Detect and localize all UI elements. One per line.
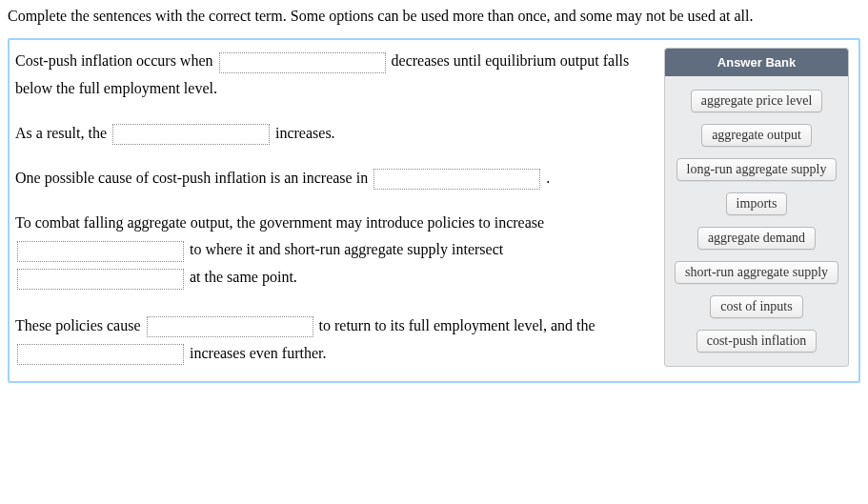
blank-4b[interactable] bbox=[17, 269, 184, 290]
sentence-2: As a result, the increases. bbox=[15, 120, 647, 148]
answer-bank-list: aggregate price level aggregate output l… bbox=[665, 76, 848, 354]
answer-bank-title: Answer Bank bbox=[665, 49, 848, 76]
answer-item[interactable]: imports bbox=[726, 192, 788, 215]
sentence-1: Cost-push inflation occurs when decrease… bbox=[15, 48, 647, 103]
sentences-area: Cost-push inflation occurs when decrease… bbox=[15, 48, 647, 367]
sentence-3: One possible cause of cost-push inflatio… bbox=[15, 165, 647, 192]
answer-item[interactable]: cost-push inflation bbox=[696, 330, 818, 353]
sentence-3-part-b: . bbox=[546, 170, 550, 186]
sentence-5: These policies cause to return to its fu… bbox=[15, 312, 647, 368]
answer-item[interactable]: aggregate output bbox=[701, 124, 812, 147]
sentence-5-part-a: These policies cause bbox=[15, 317, 145, 333]
sentence-4: To combat falling aggregate output, the … bbox=[15, 210, 647, 292]
sentence-5-part-c: increases even further. bbox=[190, 345, 326, 361]
blank-1[interactable] bbox=[219, 52, 386, 73]
sentence-4-part-c: at the same point. bbox=[190, 269, 297, 285]
answer-item[interactable]: short-run aggregate supply bbox=[675, 261, 838, 284]
blank-3[interactable] bbox=[373, 169, 540, 190]
instruction-text: Complete the sentences with the correct … bbox=[8, 6, 860, 27]
sentence-4-part-a: To combat falling aggregate output, the … bbox=[15, 214, 544, 231]
answer-item[interactable]: aggregate demand bbox=[697, 227, 816, 250]
blank-4a[interactable] bbox=[17, 241, 184, 262]
sentence-5-part-b: to return to its full employment level, … bbox=[319, 317, 595, 333]
sentence-2-part-b: increases. bbox=[275, 125, 335, 141]
blank-5a[interactable] bbox=[147, 316, 313, 337]
blank-2[interactable] bbox=[112, 124, 270, 145]
answer-item[interactable]: long-run aggregate supply bbox=[676, 158, 838, 181]
answer-bank: Answer Bank aggregate price level aggreg… bbox=[664, 48, 849, 367]
sentence-1-part-a: Cost-push inflation occurs when bbox=[15, 52, 217, 69]
sentence-3-part-a: One possible cause of cost-push inflatio… bbox=[15, 170, 372, 186]
sentence-2-part-a: As a result, the bbox=[15, 125, 111, 141]
answer-item[interactable]: aggregate price level bbox=[691, 90, 823, 112]
exercise-panel: Cost-push inflation occurs when decrease… bbox=[8, 38, 860, 382]
blank-5b[interactable] bbox=[17, 344, 184, 365]
answer-item[interactable]: cost of inputs bbox=[710, 295, 802, 318]
sentence-4-part-b: to where it and short-run aggregate supp… bbox=[190, 241, 503, 257]
